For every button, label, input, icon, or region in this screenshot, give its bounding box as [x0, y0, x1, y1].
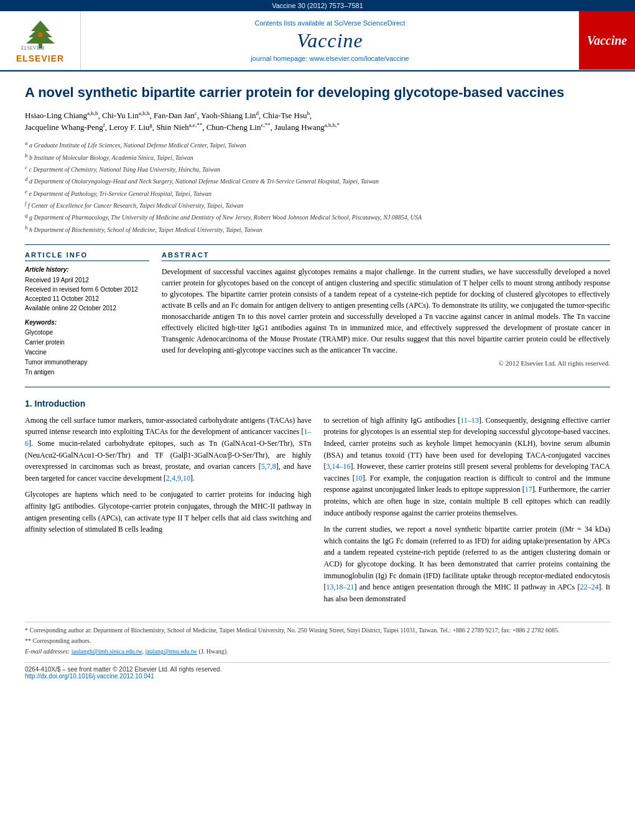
keyword-glycotope: Glycotope [25, 328, 149, 338]
email-link[interactable]: jaulangh@imb.sinica.edu.tw [72, 648, 142, 655]
affil-f: f f Center of Excellence for Cancer Rese… [25, 199, 610, 211]
body-two-col: Among the cell surface tumor markers, tu… [25, 415, 610, 610]
article-info-label: ARTICLE INFO [25, 251, 149, 261]
svg-text:ELSEVIER: ELSEVIER [21, 45, 45, 51]
email-link-2[interactable]: jaulang@tmu.edu.tw [145, 648, 197, 655]
elsevier-logo: ELSEVIER ELSEVIER [0, 11, 81, 70]
intro-section-title: 1. Introduction [25, 399, 610, 408]
abstract-text: Development of successful vaccines again… [162, 266, 610, 356]
email-label: E-mail addresses: [25, 648, 70, 655]
sciverse-link-text[interactable]: SciVerse ScienceDirect [334, 19, 405, 27]
article-history-label: Article history: [25, 266, 149, 273]
intro-para-1: Among the cell surface tumor markers, tu… [25, 415, 312, 484]
sciverse-link: Contents lists available at SciVerse Sci… [254, 19, 405, 27]
svg-point-4 [38, 32, 43, 37]
header-content: ELSEVIER ELSEVIER Contents lists availab… [0, 11, 635, 70]
bottom-bar: 0264-410X/$ – see front matter © 2012 El… [25, 662, 610, 680]
keywords-label: Keywords: [25, 319, 149, 326]
affil-h: h h Department of Biochemistry, School o… [25, 223, 610, 235]
revised-date: Received in revised form 6 October 2012 [25, 285, 149, 294]
affil-g: g g Department of Pharmacology, The Univ… [25, 211, 610, 223]
accepted-date: Accepted 11 October 2012 [25, 294, 149, 303]
intro-para-3: to secretion of high affinity IgG antibo… [324, 415, 611, 519]
article-title: A novel synthetic bipartite carrier prot… [25, 84, 610, 102]
main-content: A novel synthetic bipartite carrier prot… [0, 72, 635, 692]
footer-note-2: ** Corresponding authors. [25, 637, 610, 645]
vaccine-logo-text: Vaccine [587, 34, 627, 48]
affil-e: e e Department of Pathology, Tri-Service… [25, 187, 610, 199]
body-divider [25, 387, 610, 387]
received-date: Received 19 April 2012 [25, 275, 149, 285]
available-date: Available online 22 October 2012 [25, 303, 149, 313]
article-info-col: ARTICLE INFO Article history: Received 1… [25, 251, 149, 377]
article-number-bar: Vaccine 30 (2012) 7573–7581 [0, 0, 635, 11]
section-divider [25, 244, 610, 245]
footer-note-1: * Corresponding author at: Department of… [25, 626, 610, 635]
elsevier-tree-icon: ELSEVIER [19, 17, 62, 52]
journal-homepage: journal homepage: www.elsevier.com/locat… [251, 55, 409, 62]
intro-para-4: In the current studies, we report a nove… [324, 524, 611, 604]
body-col-left: Among the cell surface tumor markers, tu… [25, 415, 312, 610]
vaccine-logo-right: Vaccine [579, 11, 635, 70]
article-info-abstract: ARTICLE INFO Article history: Received 1… [25, 251, 610, 377]
copyright-bottom: 0264-410X/$ – see front matter © 2012 El… [25, 666, 221, 673]
keyword-tumor: Tumor immunotherapy [25, 358, 149, 367]
keyword-carrier: Carrier protein [25, 338, 149, 348]
affil-b: b b Institute of Molecular Biology, Acad… [25, 151, 610, 163]
footer-section: * Corresponding author at: Department of… [25, 622, 610, 656]
footer-email-note: E-mail addresses: jaulangh@imb.sinica.ed… [25, 647, 610, 656]
keyword-vaccine: Vaccine [25, 348, 149, 358]
intro-para-2: Glycotopes are haptens which need to be … [25, 489, 312, 535]
journal-header: Vaccine 30 (2012) 7573–7581 ELSEVIER ELS… [0, 0, 635, 72]
affil-d: d d Department of Otolaryngology-Head an… [25, 175, 610, 187]
abstract-label: ABSTRACT [162, 251, 610, 261]
journal-title-header: Vaccine [297, 29, 363, 52]
abstract-col: ABSTRACT Development of successful vacci… [162, 251, 610, 377]
doi-link[interactable]: http://dx.doi.org/10.1016/j.vaccine.2012… [25, 673, 154, 680]
affil-a: a a Graduate Institute of Life Sciences,… [25, 139, 610, 150]
body-col-right: to secretion of high affinity IgG antibo… [324, 415, 611, 610]
journal-center: Contents lists available at SciVerse Sci… [81, 11, 579, 70]
elsevier-label: ELSEVIER [16, 53, 64, 63]
homepage-link[interactable]: www.elsevier.com/locate/vaccine [310, 55, 409, 62]
article-number: Vaccine 30 (2012) 7573–7581 [272, 2, 363, 9]
authors-line: Hsiao-Ling Chianga,b,h, Chi-Yu Lina,b,h,… [25, 109, 610, 134]
keyword-tn: Tn antigen [25, 367, 149, 377]
affil-c: c c Department of Chemistry, National Ts… [25, 163, 610, 175]
affiliations: a a Graduate Institute of Life Sciences,… [25, 139, 610, 235]
copyright-line: © 2012 Elsevier Ltd. All rights reserved… [162, 359, 610, 367]
